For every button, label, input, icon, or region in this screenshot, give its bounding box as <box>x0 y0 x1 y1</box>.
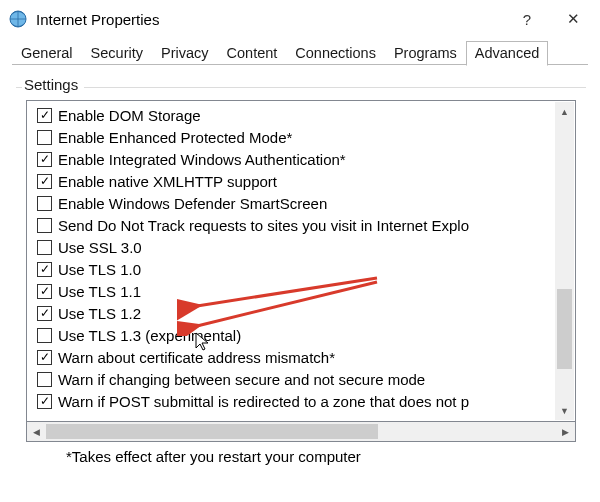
list-item[interactable]: ✓Warn if POST submittal is redirected to… <box>37 390 575 412</box>
checkbox[interactable]: ✓ <box>37 174 52 189</box>
list-item[interactable]: ✓Use TLS 1.0 <box>37 258 575 280</box>
list-item-label: Use TLS 1.3 (experimental) <box>58 327 241 344</box>
horizontal-scrollbar[interactable]: ◀ ▶ <box>26 422 576 442</box>
list-item[interactable]: Warn if changing between secure and not … <box>37 368 575 390</box>
list-item-label: Enable Enhanced Protected Mode* <box>58 129 292 146</box>
tab-security[interactable]: Security <box>82 41 152 65</box>
close-button[interactable]: ✕ <box>550 0 596 38</box>
list-item[interactable]: Send Do Not Track requests to sites you … <box>37 214 575 236</box>
checkbox[interactable] <box>37 372 52 387</box>
checkbox[interactable] <box>37 218 52 233</box>
titlebar: Internet Properties ? ✕ <box>0 0 600 38</box>
scroll-left-button[interactable]: ◀ <box>27 422 46 441</box>
checkbox[interactable]: ✓ <box>37 350 52 365</box>
list-item-label: Warn about certificate address mismatch* <box>58 349 335 366</box>
checkbox[interactable]: ✓ <box>37 152 52 167</box>
tab-programs[interactable]: Programs <box>385 41 466 65</box>
list-item-label: Send Do Not Track requests to sites you … <box>58 217 469 234</box>
list-item-label: Warn if changing between secure and not … <box>58 371 425 388</box>
settings-list-wrap: ✓Enable DOM StorageEnable Enhanced Prote… <box>26 100 576 442</box>
list-item-label: Use TLS 1.1 <box>58 283 141 300</box>
vertical-scrollbar[interactable]: ▲ ▼ <box>555 102 574 420</box>
list-item[interactable]: ✓Enable DOM Storage <box>37 104 575 126</box>
scroll-down-button[interactable]: ▼ <box>555 401 574 420</box>
settings-listbox[interactable]: ✓Enable DOM StorageEnable Enhanced Prote… <box>26 100 576 422</box>
checkbox[interactable]: ✓ <box>37 284 52 299</box>
tab-content[interactable]: Content <box>218 41 287 65</box>
list-item[interactable]: ✓Warn about certificate address mismatch… <box>37 346 575 368</box>
list-item-label: Enable DOM Storage <box>58 107 201 124</box>
list-item-label: Warn if POST submittal is redirected to … <box>58 393 469 410</box>
list-item[interactable]: Enable Enhanced Protected Mode* <box>37 126 575 148</box>
checkbox[interactable]: ✓ <box>37 394 52 409</box>
tab-body: Settings ✓Enable DOM StorageEnable Enhan… <box>0 65 600 502</box>
list-item[interactable]: Enable Windows Defender SmartScreen <box>37 192 575 214</box>
chevron-up-icon: ▲ <box>560 107 569 117</box>
chevron-right-icon: ▶ <box>562 427 569 437</box>
scroll-track[interactable] <box>555 121 574 401</box>
window-title: Internet Properties <box>36 11 504 28</box>
tab-general[interactable]: General <box>12 41 82 65</box>
settings-group: Settings ✓Enable DOM StorageEnable Enhan… <box>16 87 586 475</box>
list-item-label: Enable native XMLHTTP support <box>58 173 277 190</box>
hscroll-track[interactable] <box>46 422 556 441</box>
list-item-label: Use SSL 3.0 <box>58 239 142 256</box>
close-icon: ✕ <box>567 10 580 28</box>
checkbox[interactable] <box>37 130 52 145</box>
hscroll-thumb[interactable] <box>46 424 378 439</box>
chevron-down-icon: ▼ <box>560 406 569 416</box>
list-item[interactable]: Use TLS 1.3 (experimental) <box>37 324 575 346</box>
checkbox[interactable]: ✓ <box>37 306 52 321</box>
scroll-thumb[interactable] <box>557 289 572 369</box>
internet-properties-window: Internet Properties ? ✕ General Security… <box>0 0 600 502</box>
list-item[interactable]: ✓Use TLS 1.1 <box>37 280 575 302</box>
checkbox[interactable]: ✓ <box>37 108 52 123</box>
tab-advanced[interactable]: Advanced <box>466 41 549 66</box>
scroll-up-button[interactable]: ▲ <box>555 102 574 121</box>
tabstrip: General Security Privacy Content Connect… <box>0 38 600 65</box>
checkbox[interactable] <box>37 196 52 211</box>
tab-connections[interactable]: Connections <box>286 41 385 65</box>
list-item-label: Use TLS 1.2 <box>58 305 141 322</box>
list-item[interactable]: ✓Enable Integrated Windows Authenticatio… <box>37 148 575 170</box>
globe-icon <box>8 9 28 29</box>
checkbox[interactable] <box>37 240 52 255</box>
checkbox[interactable]: ✓ <box>37 262 52 277</box>
tab-privacy[interactable]: Privacy <box>152 41 218 65</box>
list-item-label: Enable Windows Defender SmartScreen <box>58 195 327 212</box>
list-item-label: Enable Integrated Windows Authentication… <box>58 151 346 168</box>
help-button[interactable]: ? <box>504 0 550 38</box>
scroll-right-button[interactable]: ▶ <box>556 422 575 441</box>
group-label: Settings <box>22 76 84 93</box>
list-item-label: Use TLS 1.0 <box>58 261 141 278</box>
list-item[interactable]: Use SSL 3.0 <box>37 236 575 258</box>
restart-note: *Takes effect after you restart your com… <box>66 448 576 465</box>
chevron-left-icon: ◀ <box>33 427 40 437</box>
settings-items: ✓Enable DOM StorageEnable Enhanced Prote… <box>27 101 575 412</box>
list-item[interactable]: ✓Use TLS 1.2 <box>37 302 575 324</box>
list-item[interactable]: ✓Enable native XMLHTTP support <box>37 170 575 192</box>
checkbox[interactable] <box>37 328 52 343</box>
